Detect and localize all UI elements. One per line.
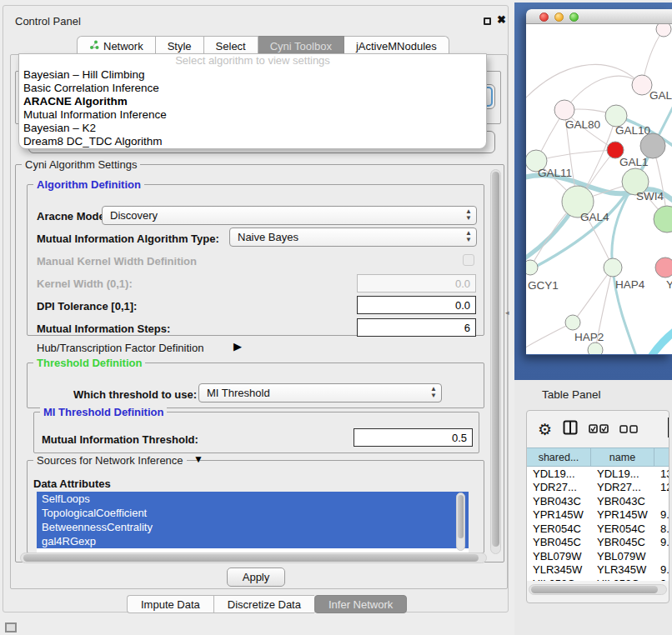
mi-threshold-title: MI Threshold Definition [40, 406, 167, 418]
table-row[interactable]: YBR045CYBR045C9. [527, 536, 669, 550]
manual-kernel-checkbox[interactable] [463, 254, 474, 266]
top-tab-bar: Network Style Select Cyni Toolbox jActiv… [77, 36, 449, 55]
node-hap2[interactable] [565, 315, 580, 330]
table-row[interactable]: YDR27...YDR27...12 [527, 481, 669, 495]
tab-select[interactable]: Select [204, 36, 258, 55]
zoom-traffic-light-icon[interactable] [569, 12, 579, 22]
data-attributes-label: Data Attributes [33, 478, 111, 490]
float-window-icon[interactable] [484, 18, 491, 25]
settings-vertical-scrollbar[interactable] [490, 169, 501, 554]
node-label: GAL [649, 89, 672, 102]
collapse-down-icon[interactable]: ▼ [193, 453, 203, 465]
aracne-mode-combo[interactable]: Discovery ▲▼ [102, 206, 477, 225]
node-label: HAP4 [615, 278, 645, 291]
attribute-item-selected[interactable]: TopologicalCoefficient [37, 506, 469, 520]
node-gcy1[interactable] [526, 260, 538, 275]
combo-arrows-icon: ▲▼ [465, 208, 472, 222]
kernel-width-field[interactable]: 0.0 [357, 274, 476, 292]
list-item[interactable]: Basic Correlation Inference [19, 82, 486, 95]
tab-infer-network[interactable]: Infer Network [314, 595, 407, 613]
deselect-all-checkboxes-icon[interactable] [619, 422, 638, 437]
node-gray[interactable] [640, 133, 665, 158]
node[interactable] [588, 342, 603, 354]
close-traffic-light-icon[interactable] [539, 12, 549, 22]
tab-style[interactable]: Style [156, 36, 204, 55]
node-gal80[interactable] [554, 100, 574, 120]
table-panel: Table Panel ⚙ shared... name A YDL19...Y… [514, 380, 672, 635]
combo-arrows-icon: ▲▼ [430, 386, 437, 399]
table-horizontal-scrollbar[interactable] [529, 584, 667, 595]
network-canvas[interactable]: GAL80 GAL10 GAL1 GAL11 SWI4 GAL4 GCY1 HA… [526, 24, 672, 354]
table-panel-card: ⚙ shared... name A YDL19...YDL19...13 YD… [526, 410, 669, 603]
node-label: GAL80 [565, 118, 600, 131]
mi-type-combo[interactable]: Naive Bayes ▲▼ [229, 228, 477, 247]
table-row[interactable]: YPR145WYPR145W9. [527, 508, 669, 522]
table-row[interactable]: YBR043CYBR043C [527, 494, 669, 508]
tab-discretize-data[interactable]: Discretize Data [213, 595, 314, 613]
table-body: YDL19...YDL19...13 YDR27...YDR27...12 YB… [527, 467, 669, 581]
node[interactable] [655, 258, 672, 278]
apply-button[interactable]: Apply [227, 568, 285, 587]
attribute-item-selected[interactable]: gal4RGexp [37, 534, 469, 548]
settings-horizontal-scrollbar[interactable] [20, 552, 487, 563]
table-panel-title: Table Panel [542, 388, 601, 401]
data-attributes-list: SelfLoops TopologicalCoefficient Between… [37, 492, 469, 552]
table-row[interactable]: YBL079WYBL079W [527, 549, 669, 563]
dpi-tolerance-label: DPI Tolerance [0,1]: [37, 300, 137, 312]
node-label: GAL1 [619, 156, 649, 168]
gear-icon[interactable]: ⚙ [538, 420, 552, 439]
mi-steps-label: Mutual Information Steps: [37, 322, 170, 335]
document-icon[interactable] [667, 417, 669, 442]
tab-cyni-toolbox[interactable]: Cyni Toolbox [258, 36, 344, 55]
tab-jactivemnodules[interactable]: jActiveMNodules [344, 36, 449, 55]
column-header[interactable]: shared... [527, 448, 591, 466]
which-threshold-combo[interactable]: MI Threshold ▲▼ [198, 383, 442, 402]
dpi-tolerance-field[interactable]: 0.0 [357, 296, 476, 314]
settings-group-title: Cyni Algorithm Settings [22, 158, 140, 171]
minimize-traffic-light-icon[interactable] [554, 12, 564, 22]
attributes-scrollbar[interactable] [456, 492, 465, 551]
table-row[interactable]: YDL19...YDL19...13 [527, 467, 669, 481]
list-item[interactable]: Bayesian – Hill Climbing [19, 68, 486, 82]
node-label: GAL10 [615, 124, 650, 137]
table-row[interactable]: YIL052CYIL052C9 [527, 577, 669, 581]
hub-definition-label: Hub/Transcription Factor Definition [37, 342, 203, 354]
table-header-row: shared... name A [527, 448, 669, 467]
node[interactable] [656, 24, 671, 37]
node-label: GCY1 [528, 279, 559, 292]
combo-arrows-icon: ▲▼ [465, 230, 472, 243]
select-all-checkboxes-icon[interactable] [589, 422, 609, 437]
column-header[interactable]: name [591, 448, 654, 466]
algorithm-definition-title: Algorithm Definition [33, 178, 144, 191]
node-label: SWI4 [636, 190, 664, 202]
list-item-selected[interactable]: ARACNE Algorithm [19, 95, 486, 108]
network-window-titlebar[interactable] [526, 9, 672, 24]
mi-threshold-field[interactable]: 0.5 [354, 428, 473, 447]
network-view-window: GAL80 GAL10 GAL1 GAL11 SWI4 GAL4 GCY1 HA… [526, 9, 672, 355]
node[interactable] [654, 206, 672, 232]
close-icon[interactable]: ✖ [497, 13, 506, 26]
list-item[interactable]: Mutual Information Inference [19, 108, 486, 122]
expand-right-icon[interactable]: ▶ [233, 340, 242, 352]
dropdown-hint: Select algorithm to view settings [19, 54, 486, 68]
attribute-item-selected[interactable]: BetweennessCentrality [37, 520, 469, 534]
table-toolbar: ⚙ [527, 411, 669, 448]
column-header[interactable]: A [654, 448, 669, 466]
node-label: Y [666, 278, 672, 291]
attribute-item-selected[interactable]: SelfLoops [37, 492, 469, 506]
tab-impute-data[interactable]: Impute Data [127, 595, 213, 613]
list-item[interactable]: Dream8 DC_TDC Algorithm [19, 135, 486, 148]
node-hap4[interactable] [604, 258, 622, 277]
control-panel-title: Control Panel [15, 15, 81, 28]
node-label: GAL4 [580, 211, 609, 223]
tab-network[interactable]: Network [77, 36, 156, 55]
table-row[interactable]: YER054CYER054C8. [527, 522, 669, 536]
split-columns-icon[interactable] [563, 420, 578, 438]
list-item[interactable]: Bayesian – K2 [19, 122, 486, 135]
minimized-panel-icon[interactable] [5, 622, 17, 632]
kernel-width-label: Kernel Width (0,1): [37, 278, 133, 290]
which-threshold-label: Which threshold to use: [73, 388, 197, 401]
table-row[interactable]: YLR345WYLR345W9. [527, 563, 669, 578]
panel-divider-grip[interactable]: ◂ [505, 308, 509, 317]
mi-steps-field[interactable]: 6 [357, 318, 476, 337]
